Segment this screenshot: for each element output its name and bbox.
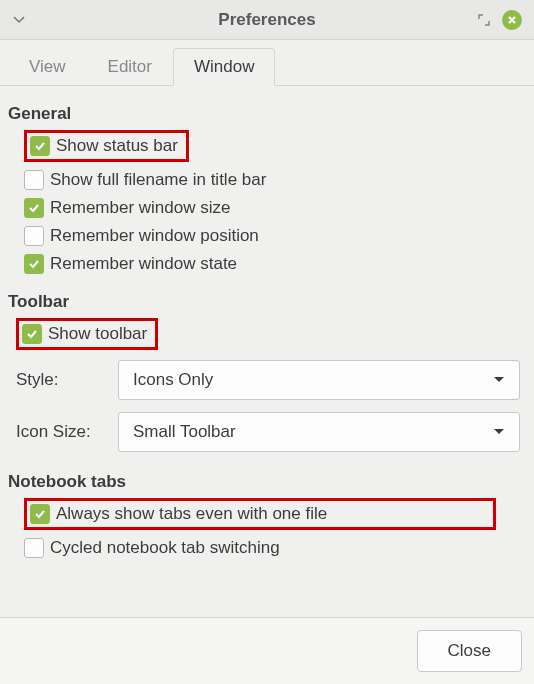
section-notebook-title: Notebook tabs [8, 472, 526, 492]
checkbox-show-toolbar[interactable] [22, 324, 42, 344]
footer: Close [0, 617, 534, 684]
chevron-down-icon [493, 428, 505, 436]
label-show-toolbar: Show toolbar [48, 324, 147, 344]
label-remember-window-state: Remember window state [50, 254, 237, 274]
option-show-status-bar-row: Show status bar [8, 126, 526, 166]
row-style: Style: Icons Only [8, 354, 526, 406]
section-general-title: General [8, 104, 526, 124]
checkbox-remember-window-position[interactable] [24, 226, 44, 246]
select-style-value: Icons Only [133, 370, 213, 390]
close-button[interactable]: Close [417, 630, 522, 672]
window-close-button[interactable] [502, 10, 522, 30]
label-remember-window-position: Remember window position [50, 226, 259, 246]
label-show-status-bar: Show status bar [56, 136, 178, 156]
titlebar: Preferences [0, 0, 534, 40]
maximize-icon[interactable] [476, 12, 492, 28]
option-always-show-tabs-row: Always show tabs even with one file [8, 494, 526, 534]
option-remember-window-size-row: Remember window size [8, 194, 526, 222]
select-icon-size[interactable]: Small Toolbar [118, 412, 520, 452]
label-always-show-tabs: Always show tabs even with one file [56, 504, 327, 524]
titlebar-actions [476, 10, 522, 30]
content-area: General Show status bar Show full filena… [0, 86, 534, 576]
window-menu-icon[interactable] [12, 13, 26, 27]
select-style[interactable]: Icons Only [118, 360, 520, 400]
checkbox-always-show-tabs[interactable] [30, 504, 50, 524]
checkbox-cycled-switching[interactable] [24, 538, 44, 558]
option-show-full-filename-row: Show full filename in title bar [8, 166, 526, 194]
option-remember-window-state-row: Remember window state [8, 250, 526, 278]
row-icon-size: Icon Size: Small Toolbar [8, 406, 526, 458]
highlight-show-toolbar: Show toolbar [16, 318, 158, 350]
checkbox-show-status-bar[interactable] [30, 136, 50, 156]
tab-window[interactable]: Window [173, 48, 275, 86]
highlight-always-show-tabs: Always show tabs even with one file [24, 498, 496, 530]
select-icon-size-value: Small Toolbar [133, 422, 236, 442]
label-icon-size: Icon Size: [16, 422, 106, 442]
window-title: Preferences [218, 10, 315, 30]
checkbox-remember-window-size[interactable] [24, 198, 44, 218]
label-show-full-filename: Show full filename in title bar [50, 170, 266, 190]
checkbox-show-full-filename[interactable] [24, 170, 44, 190]
label-style: Style: [16, 370, 106, 390]
tab-view[interactable]: View [8, 48, 87, 86]
tab-editor[interactable]: Editor [87, 48, 173, 86]
label-remember-window-size: Remember window size [50, 198, 230, 218]
tab-bar: View Editor Window [0, 40, 534, 86]
option-show-toolbar-row: Show toolbar [8, 314, 526, 354]
option-cycled-switching-row: Cycled notebook tab switching [8, 534, 526, 562]
label-cycled-switching: Cycled notebook tab switching [50, 538, 280, 558]
option-remember-window-position-row: Remember window position [8, 222, 526, 250]
highlight-show-status-bar: Show status bar [24, 130, 189, 162]
section-toolbar-title: Toolbar [8, 292, 526, 312]
chevron-down-icon [493, 376, 505, 384]
checkbox-remember-window-state[interactable] [24, 254, 44, 274]
